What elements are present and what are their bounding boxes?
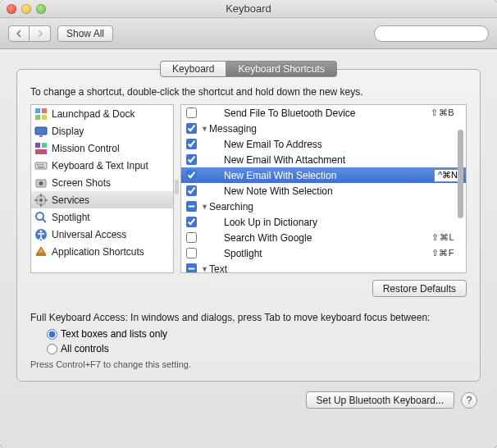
category-row[interactable]: Launchpad & Dock xyxy=(31,105,173,122)
apps-icon xyxy=(34,245,48,258)
instruction-text: To change a shortcut, double-click the s… xyxy=(30,86,467,98)
disclosure-triangle-icon[interactable]: ▼ xyxy=(201,125,209,133)
service-checkbox-cell xyxy=(181,248,201,258)
category-row[interactable]: Screen Shots xyxy=(31,174,173,191)
svg-rect-6 xyxy=(35,127,47,135)
category-row[interactable]: Application Shortcuts xyxy=(31,243,173,260)
mission-icon xyxy=(34,142,48,155)
service-checkbox-cell xyxy=(181,107,201,118)
service-checkbox[interactable] xyxy=(186,217,197,227)
service-item-row[interactable]: Look Up in Dictionary xyxy=(181,214,466,230)
svg-rect-21 xyxy=(40,203,42,207)
search-field[interactable] xyxy=(374,25,489,42)
service-item-row[interactable]: New Note With Selection xyxy=(181,183,466,199)
svg-rect-4 xyxy=(35,115,40,120)
disclosure-triangle-icon[interactable]: ▼ xyxy=(201,265,209,273)
category-label: Keyboard & Text Input xyxy=(52,160,148,171)
keyboard-icon xyxy=(34,159,48,172)
services-icon xyxy=(34,194,48,207)
svg-rect-13 xyxy=(39,164,41,166)
category-label: Services xyxy=(52,194,89,206)
svg-point-24 xyxy=(36,213,43,220)
show-all-button[interactable]: Show All xyxy=(57,25,113,42)
service-label: Send File To Bluetooth Device xyxy=(209,107,431,119)
tab-keyboard[interactable]: Keyboard xyxy=(160,61,226,77)
radio-all-controls[interactable]: All controls xyxy=(47,341,467,356)
minimize-icon[interactable] xyxy=(21,4,31,14)
radio-text-boxes-only[interactable]: Text boxes and lists only xyxy=(47,327,467,341)
nav-buttons xyxy=(8,25,51,42)
category-row[interactable]: Keyboard & Text Input xyxy=(31,157,173,174)
category-row[interactable]: Mission Control xyxy=(31,139,173,157)
tab-keyboard-shortcuts[interactable]: Keyboard Shortcuts xyxy=(226,61,336,77)
fka-hint: Press Control+F7 to change this setting. xyxy=(30,359,467,369)
restore-defaults-button[interactable]: Restore Defaults xyxy=(372,280,467,297)
service-checkbox[interactable] xyxy=(186,123,197,134)
service-checkbox[interactable] xyxy=(186,185,197,196)
titlebar: Keyboard xyxy=(0,0,497,18)
back-button[interactable] xyxy=(8,25,30,42)
service-label: Text xyxy=(209,263,466,274)
service-item-row[interactable]: New Email With Selection^⌘N xyxy=(181,167,466,183)
category-row[interactable]: Universal Access xyxy=(31,226,173,243)
service-label: New Email To Address xyxy=(209,139,466,150)
shortcuts-panel: To change a shortcut, double-click the s… xyxy=(16,69,481,382)
category-label: Display xyxy=(52,126,84,137)
category-label: Spotlight xyxy=(52,212,90,223)
service-checkbox[interactable] xyxy=(186,154,197,165)
search-input[interactable] xyxy=(383,29,484,39)
svg-rect-22 xyxy=(34,199,38,201)
radio-text-boxes-input[interactable] xyxy=(47,329,57,340)
full-keyboard-access: Full Keyboard Access: In windows and dia… xyxy=(30,312,467,369)
service-checkbox[interactable] xyxy=(186,263,197,273)
scroll-thumb[interactable] xyxy=(458,130,463,218)
disclosure-triangle-icon[interactable]: ▼ xyxy=(201,203,209,211)
service-item-row[interactable]: Send File To Bluetooth Device⇧⌘B xyxy=(181,105,466,121)
shortcut-list[interactable]: Send File To Bluetooth Device⇧⌘B▼Messagi… xyxy=(180,104,467,273)
category-row[interactable]: Spotlight xyxy=(31,208,173,226)
service-checkbox[interactable] xyxy=(186,139,197,149)
svg-rect-12 xyxy=(37,164,39,166)
universal-icon xyxy=(34,228,48,241)
svg-point-19 xyxy=(39,199,43,202)
service-label: New Email With Attachment xyxy=(209,154,466,166)
radio-label: All controls xyxy=(61,343,109,354)
service-item-row[interactable]: Spotlight⇧⌘F xyxy=(181,245,466,261)
close-icon[interactable] xyxy=(7,4,16,14)
screenshot-icon xyxy=(34,176,48,190)
category-list[interactable]: Launchpad & DockDisplayMission ControlKe… xyxy=(30,104,174,273)
scrollbar[interactable] xyxy=(456,107,464,271)
svg-rect-23 xyxy=(44,199,48,201)
svg-point-17 xyxy=(39,181,43,185)
setup-bluetooth-button[interactable]: Set Up Bluetooth Keyboard... xyxy=(306,391,454,409)
service-item-row[interactable]: New Email With Attachment xyxy=(181,152,466,167)
service-checkbox[interactable] xyxy=(186,248,197,258)
service-group-row[interactable]: ▼Searching xyxy=(181,199,466,214)
category-row[interactable]: Services xyxy=(31,191,173,208)
chevron-right-icon xyxy=(37,30,43,38)
svg-rect-9 xyxy=(42,143,47,148)
category-label: Mission Control xyxy=(52,143,120,154)
radio-label: Text boxes and lists only xyxy=(61,328,167,340)
service-item-row[interactable]: Search With Google⇧⌘L xyxy=(181,230,466,245)
service-item-row[interactable]: New Email To Address xyxy=(181,136,466,152)
radio-all-controls-input[interactable] xyxy=(47,344,57,354)
svg-rect-20 xyxy=(40,194,42,197)
help-button[interactable]: ? xyxy=(461,392,477,409)
service-group-row[interactable]: ▼Text xyxy=(181,261,466,273)
service-label: Spotlight xyxy=(209,248,431,259)
service-group-row[interactable]: ▼Messaging xyxy=(181,121,466,136)
zoom-icon[interactable] xyxy=(36,4,46,14)
service-checkbox[interactable] xyxy=(186,201,197,212)
category-row[interactable]: Display xyxy=(31,122,173,139)
column-resize-handle[interactable] xyxy=(175,180,179,194)
category-label: Application Shortcuts xyxy=(52,246,144,258)
svg-line-25 xyxy=(43,219,46,222)
preferences-window: Keyboard Show All Keyboard Keyboard Shor… xyxy=(0,0,497,448)
service-checkbox[interactable] xyxy=(186,107,197,118)
forward-button[interactable] xyxy=(30,25,51,42)
svg-rect-10 xyxy=(35,149,47,154)
service-checkbox[interactable] xyxy=(186,170,197,181)
service-checkbox[interactable] xyxy=(186,232,197,243)
service-label: Search With Google xyxy=(209,232,431,244)
